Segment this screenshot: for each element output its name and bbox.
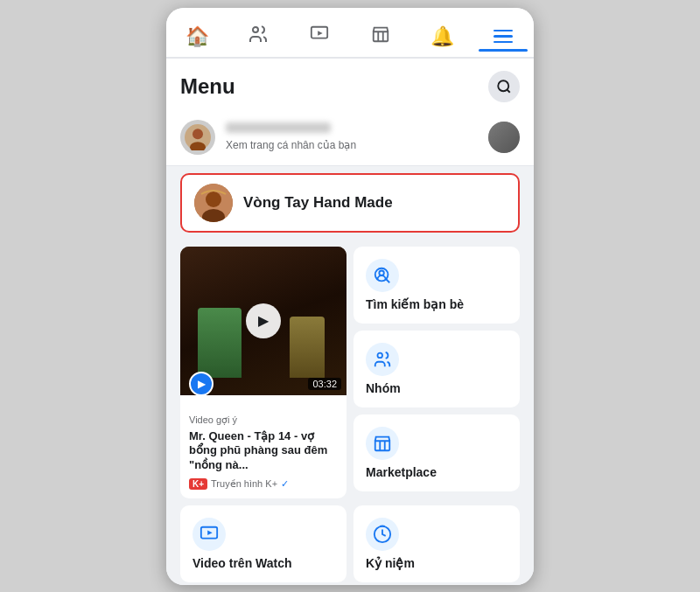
nav-bell[interactable]: 🔔 [411,18,472,55]
grid-area: ▶ 03:32 ▶ Video gợi ý Mr. Queen - Tập 14… [166,240,534,506]
nav-home[interactable]: 🏠 [166,18,228,55]
page-name: Vòng Tay Hand Made [243,194,393,212]
svg-line-14 [386,279,389,282]
verified-icon: ✓ [281,478,289,490]
marketplace-feature-icon [366,427,399,460]
watch-label: Video trên Watch [192,556,334,570]
svg-marker-2 [318,31,323,36]
nav-friends[interactable] [228,17,289,57]
video-label: Video gợi ý [189,414,338,426]
feature-card-find-friends[interactable]: Tìm kiếm bạn bè [354,247,520,324]
top-nav: 🏠 [166,8,534,59]
menu-header: Menu [166,59,534,111]
kplus-badge: K+ [189,478,207,490]
right-cards: Tìm kiếm bạn bè Nhóm [354,247,520,499]
svg-point-16 [378,352,383,358]
memories-icon [366,518,399,551]
video-title: Mr. Queen - Tập 14 - vợ bổng phũ phàng s… [189,429,338,474]
groups-label: Nhóm [366,381,508,395]
watch-icon [310,24,329,49]
nav-watch[interactable] [289,17,350,56]
video-thumbnail: ▶ 03:32 ▶ [180,247,346,395]
bottom-row: Video trên Watch Kỷ niệm [166,505,534,584]
groups-icon [366,343,399,376]
find-friends-label: Tìm kiếm bạn bè [366,297,508,311]
menu-icon [494,30,513,44]
page-avatar [194,184,233,222]
home-icon: 🏠 [186,25,209,48]
video-duration: 03:32 [308,378,341,390]
bottom-card-watch[interactable]: Video trên Watch [180,505,346,582]
svg-line-6 [507,89,509,92]
svg-marker-20 [207,531,213,536]
watch-feature-icon [192,518,226,551]
play-button[interactable]: ▶ [246,303,281,338]
nav-menu[interactable] [472,23,534,51]
feature-card-groups[interactable]: Nhóm [354,331,520,407]
video-source: K+ Truyền hình K+ ✓ [189,478,338,490]
source-name: Truyền hình K+ [211,478,277,490]
marketplace-icon [371,24,390,49]
svg-point-0 [253,27,258,32]
svg-point-5 [498,80,508,91]
user-info: Xem trang cá nhân của bạn [226,122,478,152]
phone-frame: 🏠 [166,8,534,585]
bell-icon: 🔔 [430,25,454,48]
user-profile-row[interactable]: Xem trang cá nhân của bạn [166,111,534,166]
video-info: Video gợi ý Mr. Queen - Tập 14 - vợ bổng… [180,395,346,499]
nav-marketplace[interactable] [350,17,411,56]
user-subtext: Xem trang cá nhân của bạn [226,139,356,151]
feature-card-marketplace[interactable]: Marketplace [354,414,520,491]
svg-point-8 [192,129,203,139]
menu-title: Menu [180,74,235,99]
find-friends-icon [366,259,399,292]
page-highlight-box[interactable]: Vòng Tay Hand Made [180,173,520,233]
memories-label: Kỷ niệm [366,556,508,570]
avatar-right [488,122,520,153]
main-content: Menu [166,59,534,585]
video-badge-icon: ▶ [189,372,214,395]
marketplace-label: Marketplace [366,465,508,479]
friends-icon [248,24,269,50]
user-avatar [180,120,215,155]
svg-point-11 [206,192,221,207]
user-name-blurred [226,122,331,133]
search-button[interactable] [488,71,520,102]
bottom-card-memories[interactable]: Kỷ niệm [354,505,520,582]
video-card[interactable]: ▶ 03:32 ▶ Video gợi ý Mr. Queen - Tập 14… [180,247,346,499]
